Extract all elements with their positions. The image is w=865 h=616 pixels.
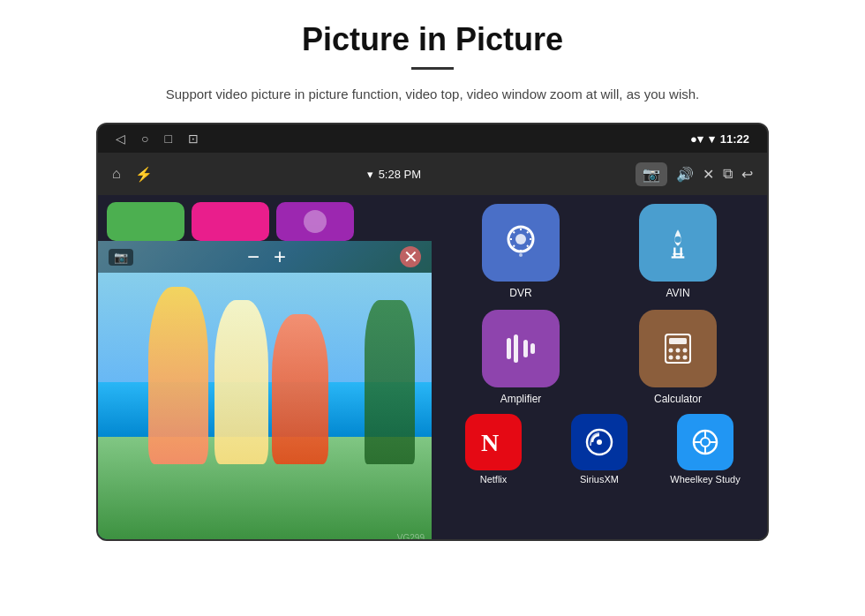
svg-point-12 bbox=[683, 349, 688, 353]
netflix-icon[interactable]: N bbox=[465, 414, 522, 470]
video-section: 📷 − + ✕ bbox=[98, 195, 432, 539]
close-icon[interactable]: ✕ bbox=[703, 166, 714, 183]
amplifier-icon-box[interactable] bbox=[482, 310, 560, 387]
avin-label: AVIN bbox=[666, 287, 689, 299]
apps-grid: DVR AVIN bbox=[440, 204, 758, 405]
wheelkey-svg bbox=[689, 426, 721, 458]
main-content: 📷 − + ✕ bbox=[98, 195, 767, 539]
apps-column: DVR AVIN bbox=[432, 195, 767, 539]
page-title: Picture in Picture bbox=[302, 21, 563, 58]
watermark: VG299 bbox=[397, 533, 425, 541]
app-bar: ⌂ ⚡ ▾ 5:28 PM 📷 🔊 ✕ ⧉ ↩ bbox=[98, 153, 767, 195]
dvr-svg-icon bbox=[500, 222, 542, 264]
wifi-icon: ▾ bbox=[367, 168, 373, 181]
pip-plus-btn[interactable]: + bbox=[274, 244, 286, 269]
wheelkey-icon[interactable] bbox=[677, 414, 733, 470]
siriusxm-app: SiriusXM bbox=[546, 409, 652, 490]
status-bar-indicators: ●▾ ▾ 11:22 bbox=[690, 132, 749, 146]
page-container: Picture in Picture Support video picture… bbox=[0, 0, 865, 616]
nav-back-icon[interactable]: ◁ bbox=[116, 131, 125, 146]
app-bar-time: 5:28 PM bbox=[379, 168, 421, 181]
title-divider bbox=[411, 67, 454, 70]
nav-media-icon: ⊡ bbox=[188, 131, 199, 146]
camera-button[interactable]: 📷 bbox=[636, 162, 667, 186]
amplifier-label: Amplifier bbox=[500, 393, 542, 405]
back-icon[interactable]: ↩ bbox=[741, 166, 753, 183]
status-bar: ◁ ○ □ ⊡ ●▾ ▾ 11:22 bbox=[98, 124, 767, 153]
top-app-row bbox=[98, 195, 432, 241]
svg-point-13 bbox=[669, 356, 673, 360]
svg-rect-5 bbox=[514, 334, 518, 363]
signal-icon: ●▾ bbox=[690, 132, 703, 146]
svg-point-3 bbox=[674, 237, 681, 243]
wheelkey-label: Wheelkey Study bbox=[670, 474, 740, 485]
purple-app-btn[interactable] bbox=[276, 202, 354, 241]
calculator-svg-icon bbox=[658, 329, 697, 368]
svg-rect-6 bbox=[523, 340, 528, 357]
nav-home-icon[interactable]: ○ bbox=[141, 131, 148, 146]
status-bar-time: 11:22 bbox=[720, 132, 749, 146]
pip-camera-icon: 📷 bbox=[109, 249, 133, 266]
pip-close-btn[interactable]: ✕ bbox=[400, 246, 421, 267]
netflix-app: N Netflix bbox=[440, 409, 546, 490]
svg-point-20 bbox=[701, 438, 710, 447]
app-bar-left: ⌂ ⚡ bbox=[112, 166, 153, 183]
svg-rect-7 bbox=[530, 343, 535, 354]
calculator-icon-box[interactable] bbox=[639, 310, 717, 387]
home-icon[interactable]: ⌂ bbox=[112, 166, 121, 182]
dvr-icon-box[interactable] bbox=[482, 204, 560, 282]
netflix-label: Netflix bbox=[480, 474, 508, 485]
svg-point-14 bbox=[676, 356, 681, 360]
pip-resize-controls: − + bbox=[247, 244, 286, 269]
svg-rect-9 bbox=[669, 338, 687, 344]
app-bar-center: ▾ 5:28 PM bbox=[367, 168, 421, 181]
svg-point-15 bbox=[683, 356, 688, 360]
usb-icon: ⚡ bbox=[135, 166, 153, 183]
calculator-app: Calculator bbox=[605, 310, 751, 405]
status-bar-nav: ◁ ○ □ ⊡ bbox=[116, 131, 199, 146]
app-bar-right: 📷 🔊 ✕ ⧉ ↩ bbox=[636, 162, 753, 186]
dvr-label: DVR bbox=[509, 287, 531, 299]
svg-point-10 bbox=[669, 349, 673, 353]
wheelkey-app: Wheelkey Study bbox=[652, 409, 758, 490]
volume-icon[interactable]: 🔊 bbox=[676, 166, 694, 183]
avin-app: AVIN bbox=[605, 204, 751, 299]
wifi-status-icon: ▾ bbox=[709, 132, 715, 146]
svg-point-1 bbox=[515, 234, 526, 244]
avin-icon-box[interactable] bbox=[639, 204, 717, 282]
nav-recent-icon[interactable]: □ bbox=[164, 131, 171, 146]
bottom-apps-row: N Netflix bbox=[440, 409, 758, 490]
pip-controls-bar: 📷 − + ✕ bbox=[98, 241, 432, 273]
netflix-svg: N bbox=[479, 428, 508, 456]
green-app-btn[interactable] bbox=[107, 202, 184, 241]
siriusxm-label: SiriusXM bbox=[580, 474, 619, 485]
device-frame: ◁ ○ □ ⊡ ●▾ ▾ 11:22 ⌂ ⚡ ▾ 5:28 PM 📷 bbox=[96, 123, 769, 541]
video-scene bbox=[98, 273, 432, 541]
svg-point-2 bbox=[519, 253, 523, 257]
svg-text:N: N bbox=[481, 429, 499, 456]
page-description: Support video picture in picture functio… bbox=[166, 84, 699, 105]
dvr-app: DVR bbox=[448, 204, 594, 299]
pip-minus-btn[interactable]: − bbox=[247, 244, 260, 269]
svg-point-11 bbox=[676, 349, 681, 353]
amplifier-svg-icon bbox=[500, 327, 542, 370]
siriusxm-svg bbox=[583, 426, 615, 458]
siriusxm-icon[interactable] bbox=[571, 414, 628, 470]
pip-window-icon[interactable]: ⧉ bbox=[723, 166, 733, 182]
amplifier-app: Amplifier bbox=[448, 310, 594, 405]
avin-svg-icon bbox=[658, 223, 697, 262]
video-player: 📷 − + ✕ bbox=[98, 241, 432, 541]
svg-rect-4 bbox=[507, 338, 511, 359]
svg-point-18 bbox=[597, 439, 602, 445]
pink-app-btn[interactable] bbox=[192, 202, 269, 241]
calculator-label: Calculator bbox=[654, 393, 702, 405]
